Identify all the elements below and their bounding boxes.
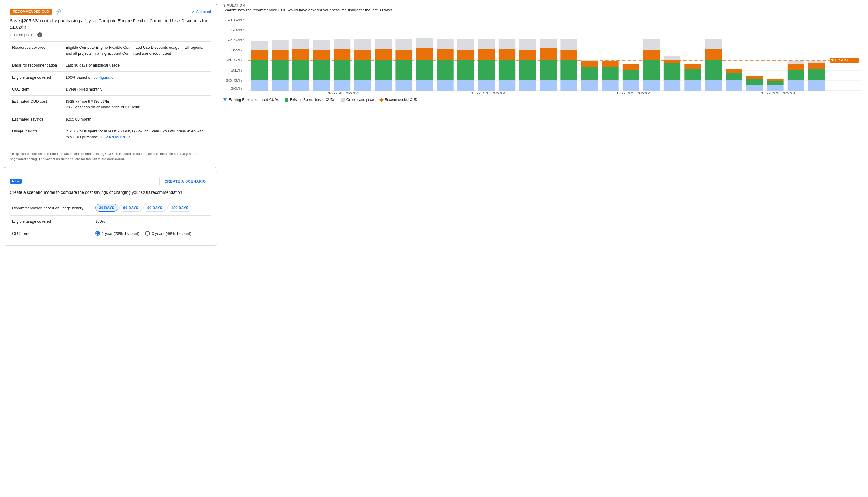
learn-more-link[interactable]: LEARN MORE ↗ xyxy=(101,134,131,140)
table-row: Estimated savings $205.63/month xyxy=(10,113,211,125)
row-label: Estimated CUD cost xyxy=(10,95,63,113)
radio-1year[interactable]: 1 year (28% discount) xyxy=(95,231,139,236)
bar-5 xyxy=(334,39,350,90)
row-value: If $1.02/hr is spent for at least 263 da… xyxy=(63,125,211,143)
days-90-button[interactable]: 90 DAYS xyxy=(143,204,166,212)
svg-rect-30 xyxy=(313,60,330,81)
custom-pricing-row: Custom pricing ? xyxy=(10,32,211,37)
svg-rect-69 xyxy=(519,81,536,90)
svg-rect-84 xyxy=(581,60,598,61)
svg-rect-80 xyxy=(561,40,577,49)
svg-rect-73 xyxy=(540,81,556,90)
svg-rect-49 xyxy=(416,81,433,90)
svg-rect-19 xyxy=(251,50,268,60)
link-icon[interactable]: 🔗 xyxy=(55,9,61,15)
svg-rect-86 xyxy=(602,67,618,81)
create-scenario-button[interactable]: CREATE A SCENARIO xyxy=(159,177,211,186)
svg-rect-57 xyxy=(458,81,474,90)
scenario-row-value: 30 DAYS 60 DAYS 90 DAYS 180 DAYS xyxy=(93,200,211,215)
recommended-badge: RECOMMENDED CUD xyxy=(10,9,52,15)
svg-rect-74 xyxy=(540,60,556,81)
bar-15 xyxy=(540,39,556,90)
svg-rect-61 xyxy=(478,81,494,90)
right-panel: Simulation Analyze how the recommended C… xyxy=(217,3,865,245)
details-table: Resources covered Eligible Compute Engin… xyxy=(10,41,211,143)
svg-rect-21 xyxy=(272,81,288,90)
scenario-row-usage: Eligible usage covered 100% xyxy=(10,215,211,227)
svg-rect-96 xyxy=(664,63,680,81)
simulation-chart: $3.5/hr $3/hr $2.5/hr $2/hr $1.5/hr $1/h… xyxy=(223,17,865,94)
svg-rect-37 xyxy=(354,81,371,90)
bar-10 xyxy=(437,39,453,90)
svg-text:Jun 6, 2024: Jun 6, 2024 xyxy=(327,92,359,94)
svg-rect-72 xyxy=(519,40,536,49)
svg-rect-118 xyxy=(787,61,804,65)
svg-rect-117 xyxy=(787,65,804,70)
legend-resource-cud-label: Existing Resource-based CUDs xyxy=(229,98,279,102)
bar-27 xyxy=(787,61,804,90)
bar-14 xyxy=(519,40,536,90)
table-row: Eligible usage covered 100% based on con… xyxy=(10,71,211,83)
configuration-link[interactable]: configuration xyxy=(93,75,115,80)
bar-2 xyxy=(272,40,288,90)
svg-rect-101 xyxy=(684,65,701,69)
radio-circle-1year xyxy=(95,231,100,236)
svg-rect-98 xyxy=(664,56,680,60)
svg-rect-112 xyxy=(767,85,783,90)
svg-rect-33 xyxy=(334,81,350,90)
days-180-button[interactable]: 180 DAYS xyxy=(168,204,192,212)
legend-recommended-cud-label: Recommended CUD xyxy=(385,98,418,102)
svg-rect-23 xyxy=(272,49,288,60)
row-label: Basis for recommendation xyxy=(10,59,63,72)
row-value: Eligible Compute Engine Flexible Committ… xyxy=(63,42,211,59)
scenario-title: Create a scenario model to compare the c… xyxy=(10,190,211,196)
bar-26 xyxy=(767,79,783,90)
days-30-button[interactable]: 30 DAYS xyxy=(95,204,118,212)
bar-4 xyxy=(313,40,330,90)
svg-text:$1.5/hr: $1.5/hr xyxy=(225,58,245,62)
table-row: Usage insights If $1.02/hr is spent for … xyxy=(10,125,211,143)
row-value: 100% based on configuration xyxy=(63,71,211,83)
svg-rect-116 xyxy=(787,70,804,81)
card-header-left: RECOMMENDED CUD 🔗 xyxy=(10,9,61,15)
svg-rect-54 xyxy=(437,60,453,81)
scenario-header: NEW CREATE A SCENARIO xyxy=(10,177,211,186)
svg-text:$1/hr: $1/hr xyxy=(230,69,245,72)
svg-rect-34 xyxy=(334,60,350,81)
svg-text:Jun 20, 2024: Jun 20, 2024 xyxy=(616,92,651,94)
svg-text:$0.5/hr: $0.5/hr xyxy=(225,79,245,83)
scenario-row-label: Recommendation based on usage history xyxy=(10,200,93,215)
svg-rect-59 xyxy=(458,49,474,60)
bar-7 xyxy=(375,39,392,90)
svg-rect-50 xyxy=(416,60,433,81)
bar-23 xyxy=(705,40,722,90)
svg-rect-52 xyxy=(416,38,433,48)
bar-11 xyxy=(458,40,474,90)
days-buttons: 30 DAYS 60 DAYS 90 DAYS 180 DAYS xyxy=(95,204,209,212)
svg-rect-62 xyxy=(478,60,494,81)
svg-text:Jun 13, 2024: Jun 13, 2024 xyxy=(470,92,506,94)
new-badge: NEW xyxy=(10,179,22,184)
svg-text:$3.5/hr: $3.5/hr xyxy=(225,18,245,22)
radio-3year[interactable]: 3 years (46% discount) xyxy=(145,231,191,236)
svg-rect-97 xyxy=(664,60,680,63)
scenario-row-value: 1 year (28% discount) 3 years (46% disco… xyxy=(93,227,211,240)
recommendation-card: RECOMMENDED CUD 🔗 Selected Save $205.63/… xyxy=(3,3,217,168)
svg-rect-53 xyxy=(437,81,453,90)
row-value: $205.63/month xyxy=(63,113,211,125)
svg-rect-111 xyxy=(746,76,763,79)
bar-8 xyxy=(395,40,412,90)
svg-rect-110 xyxy=(746,79,763,85)
svg-rect-88 xyxy=(622,81,639,90)
svg-text:Jun 27, 2024: Jun 27, 2024 xyxy=(760,92,796,94)
svg-rect-22 xyxy=(272,60,288,81)
help-icon[interactable]: ? xyxy=(38,32,42,37)
chart-legend: Existing Resource-based CUDs Existing Sp… xyxy=(223,98,865,102)
svg-rect-99 xyxy=(684,81,701,90)
days-60-button[interactable]: 60 DAYS xyxy=(119,204,142,212)
card-title: Save $205.63/month by purchasing a 1 yea… xyxy=(10,17,211,30)
bar-12 xyxy=(478,39,494,90)
svg-rect-120 xyxy=(808,69,825,81)
svg-rect-76 xyxy=(540,39,556,48)
legend-resource-cud: Existing Resource-based CUDs xyxy=(223,98,279,102)
